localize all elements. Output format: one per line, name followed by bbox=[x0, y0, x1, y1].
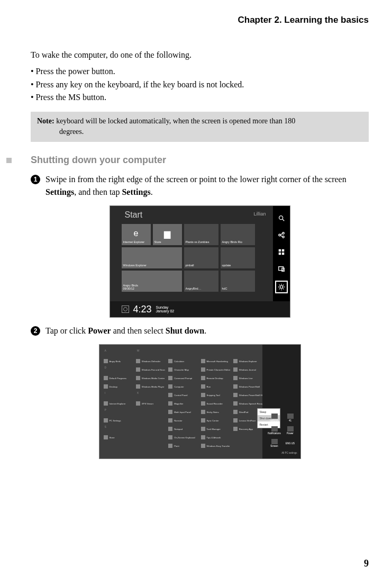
app-item[interactable]: PC Settings bbox=[104, 417, 134, 424]
time-value: 4:23 bbox=[133, 304, 152, 315]
chapter-title: Chapter 2. Learning the basics bbox=[238, 15, 369, 25]
app-item[interactable]: Windows Media Player bbox=[136, 383, 166, 390]
app-item[interactable]: Internet Explorer bbox=[104, 400, 134, 407]
volume-setting[interactable]: 41 bbox=[284, 412, 297, 423]
app-item[interactable]: Computer bbox=[168, 383, 198, 390]
app-icon bbox=[104, 418, 108, 423]
app-icon bbox=[136, 376, 140, 380]
tile-wexp[interactable]: Windows Explorer bbox=[122, 247, 182, 268]
app-item[interactable]: Tips & Artwork bbox=[201, 434, 231, 441]
app-item[interactable]: XPS Viewer bbox=[136, 400, 166, 407]
app-item[interactable]: Windows Fax and Scan bbox=[136, 366, 166, 373]
app-label: Sound Recorder bbox=[207, 402, 223, 405]
app-item[interactable]: Windows Easy Transfer bbox=[201, 442, 231, 450]
tile-update[interactable]: update bbox=[221, 247, 255, 268]
app-item[interactable]: Sync Center bbox=[201, 417, 231, 424]
app-label: Command Prompt bbox=[174, 377, 192, 380]
svg-rect-11 bbox=[278, 267, 283, 271]
app-label: Windows Fax and Scan bbox=[142, 369, 165, 371]
notifications-setting[interactable]: Notifications bbox=[268, 425, 281, 436]
tile-extra[interactable]: Angry Birds 09/30/12 bbox=[122, 271, 182, 292]
app-item[interactable]: Sound Recorder bbox=[201, 400, 231, 407]
app-item[interactable]: Character Map bbox=[168, 366, 198, 373]
tile-plants[interactable]: Plants vs Zombies bbox=[184, 224, 218, 245]
app-item[interactable]: Desktop bbox=[104, 383, 134, 390]
note-text-2: degrees. bbox=[37, 127, 362, 137]
app-label: Lenovo VeriFace bbox=[239, 419, 256, 422]
settings-charm[interactable] bbox=[275, 281, 288, 293]
app-item[interactable]: Command Prompt bbox=[168, 374, 198, 382]
app-item[interactable]: On-Screen Keyboard bbox=[168, 434, 198, 441]
app-item[interactable]: Calculator bbox=[168, 357, 198, 365]
app-label: Windows PowerShell ISE bbox=[239, 394, 264, 397]
app-item[interactable]: Narrator bbox=[168, 417, 198, 424]
app-item[interactable]: Magnifier bbox=[168, 400, 198, 407]
app-item[interactable]: Run bbox=[201, 383, 231, 390]
svg-point-2 bbox=[278, 235, 280, 237]
app-icon bbox=[233, 427, 238, 431]
screen-setting[interactable]: Screen bbox=[268, 438, 281, 448]
step-text: Tap or click bbox=[45, 326, 88, 335]
note-label: Note: bbox=[37, 117, 54, 125]
tile-hdc[interactable]: hdC bbox=[221, 271, 255, 292]
app-item[interactable]: Windows Defender bbox=[136, 357, 166, 365]
app-item[interactable]: Task Manager bbox=[201, 425, 231, 433]
app-icon bbox=[201, 427, 205, 431]
app-label: PC Settings bbox=[110, 419, 121, 422]
app-item[interactable]: Microsoft Handwriting bbox=[201, 357, 231, 365]
bullet-item: • Press the power button. bbox=[31, 65, 369, 78]
date-value: January 02 bbox=[156, 309, 175, 313]
app-icon bbox=[168, 376, 172, 380]
tile-store[interactable]: ▆Store bbox=[153, 224, 182, 245]
keyboard-setting[interactable]: ENG US bbox=[284, 438, 297, 448]
network-setting[interactable]: Network bbox=[268, 412, 281, 423]
step-text: . bbox=[151, 187, 153, 196]
app-label: Tips & Artwork bbox=[207, 436, 221, 439]
share-charm[interactable] bbox=[276, 230, 287, 240]
tile-sublabel: 09/30/12 bbox=[123, 287, 180, 290]
volume-icon bbox=[287, 414, 294, 419]
screenshot-start-screen: Start Lillian eInternet Explorer ▆Store … bbox=[110, 206, 290, 317]
app-item[interactable]: Sticky Notes bbox=[201, 408, 231, 416]
app-item[interactable]: Windows Media Center bbox=[136, 374, 166, 382]
tile-label: Store bbox=[154, 240, 180, 244]
tile-angry[interactable]: Angry Birds Rio bbox=[221, 224, 255, 245]
bag-icon: ▆ bbox=[164, 229, 170, 239]
search-charm[interactable] bbox=[276, 213, 287, 223]
app-label: XPS Viewer bbox=[142, 402, 153, 405]
app-label: Windows PowerShell bbox=[239, 385, 260, 388]
tile-label: update bbox=[222, 264, 253, 267]
step-bold: Shut down bbox=[166, 326, 204, 335]
app-item[interactable]: Private Character Editor bbox=[201, 366, 231, 373]
all-pc-settings[interactable]: All PC settings bbox=[281, 452, 297, 454]
app-label: Microsoft Handwriting bbox=[207, 360, 228, 363]
devices-charm[interactable] bbox=[276, 264, 287, 274]
apps-letter: D bbox=[104, 366, 134, 373]
app-item[interactable]: Snipping Tool bbox=[201, 391, 231, 399]
tile-pinball[interactable]: pinball bbox=[184, 247, 218, 268]
note-text-1: keyboard will be locked automatically, w… bbox=[54, 117, 296, 125]
bullet-item: • Press any key on the keyboard, if the … bbox=[31, 78, 369, 92]
app-label: Notepad bbox=[174, 428, 183, 430]
tile-label: AngryBird… bbox=[186, 287, 217, 290]
app-icon bbox=[233, 410, 238, 414]
app-item[interactable]: Remote Desktop bbox=[201, 374, 231, 382]
ie-icon: e bbox=[134, 229, 139, 239]
app-item[interactable]: Default Programs bbox=[104, 374, 134, 382]
screenshot-apps-screen: A W Angry Birds Windows Defender Calcula… bbox=[99, 345, 300, 459]
app-item[interactable]: Math Input Panel bbox=[168, 408, 198, 416]
app-item[interactable]: Angry Birds bbox=[104, 357, 134, 365]
app-item[interactable]: Paint bbox=[168, 442, 198, 450]
apps-letter: S bbox=[104, 425, 134, 433]
app-label: Windows Journal bbox=[239, 369, 256, 371]
start-charm[interactable] bbox=[276, 247, 287, 257]
tile-ie[interactable]: eInternet Explorer bbox=[122, 224, 151, 245]
power-setting[interactable]: Power bbox=[284, 425, 297, 436]
app-item[interactable]: Store bbox=[104, 434, 134, 441]
app-icon bbox=[136, 384, 140, 389]
app-label: Task Manager bbox=[207, 428, 221, 430]
app-item[interactable]: Notepad bbox=[168, 425, 198, 433]
svg-point-3 bbox=[282, 232, 284, 235]
tile-angryred[interactable]: AngryBird… bbox=[184, 271, 218, 292]
app-item[interactable]: Control Panel bbox=[168, 391, 198, 399]
